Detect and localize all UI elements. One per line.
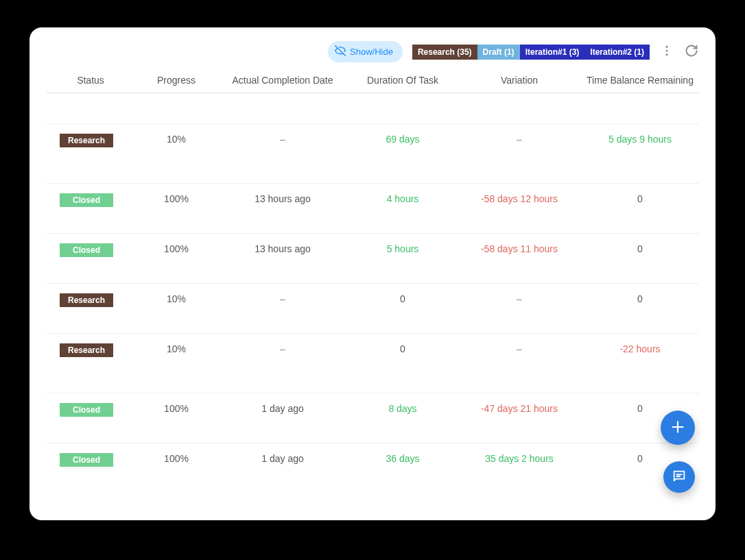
status-badge: Research [60,293,113,307]
legend-chip[interactable]: Iteration#1 (3) [520,45,585,60]
progress-cell: 100% [135,243,217,254]
svg-point-2 [666,50,668,52]
time-balance-cell: 5 days 9 hours [581,134,699,145]
table-row[interactable]: Closed100%13 hours ago5 hours-58 days 11… [46,233,699,283]
variation-cell: – [458,134,581,145]
refresh-icon [685,44,698,60]
eye-off-icon [335,45,346,58]
more-vertical-icon [660,44,674,60]
plus-icon [669,418,687,438]
completion-date-cell: 1 day ago [217,453,348,464]
svg-point-1 [666,46,668,48]
table-body: Research10%–69 days–5 days 9 hoursClosed… [46,114,699,493]
completion-date-cell: – [217,293,348,304]
progress-cell: 100% [135,403,217,414]
status-badge: Research [60,343,113,357]
completion-date-cell: 13 hours ago [217,243,348,254]
table-row[interactable]: Research10%–0–-22 hours [46,333,699,383]
table-header: Status Progress Actual Completion Date D… [46,75,699,93]
table-row[interactable]: Research10%–0–0 [46,283,699,333]
status-badge: Closed [60,403,113,417]
col-header-status[interactable]: Status [46,75,135,86]
time-balance-cell: -22 hours [581,343,699,354]
col-header-balance[interactable]: Time Balance Remaining [581,75,699,86]
time-balance-cell: 0 [581,193,699,204]
progress-cell: 10% [135,343,217,354]
col-header-variation[interactable]: Variation [458,75,581,86]
table-row[interactable]: Closed100%13 hours ago4 hours-58 days 12… [46,183,699,233]
col-header-progress[interactable]: Progress [135,75,217,86]
duration-cell: 5 hours [348,243,458,254]
col-header-duration[interactable]: Duration Of Task [348,75,458,86]
task-table: Status Progress Actual Completion Date D… [46,75,699,493]
duration-cell: 36 days [348,453,458,464]
status-badge: Closed [60,193,113,207]
status-badge: Closed [60,243,113,257]
time-balance-cell: 0 [581,293,699,304]
task-panel: Show/Hide Research (35)Draft (1)Iteratio… [29,27,716,520]
table-row[interactable]: Closed100%1 day ago36 days35 days 2 hour… [46,443,699,493]
status-badge: Research [60,134,113,147]
chat-icon [672,469,687,486]
progress-cell: 100% [135,453,217,464]
add-fab[interactable] [661,411,695,445]
refresh-button[interactable] [684,45,699,60]
status-legend: Research (35)Draft (1)Iteration#1 (3)Ite… [412,45,650,60]
completion-date-cell: – [217,343,348,354]
show-hide-label: Show/Hide [350,47,393,57]
row-gap [46,173,699,183]
variation-cell: -58 days 12 hours [458,193,581,204]
duration-cell: 69 days [348,134,458,145]
show-hide-button[interactable]: Show/Hide [328,41,403,62]
time-balance-cell: 0 [581,243,699,254]
completion-date-cell: – [217,134,348,145]
row-gap [46,114,699,123]
progress-cell: 10% [135,134,217,145]
legend-chip[interactable]: Draft (1) [477,45,520,60]
duration-cell: 0 [348,343,458,354]
duration-cell: 4 hours [348,193,458,204]
legend-chip[interactable]: Iteration#2 (1) [584,45,650,60]
duration-cell: 8 days [348,403,458,414]
variation-cell: -58 days 11 hours [458,243,581,254]
variation-cell: 35 days 2 hours [458,453,581,464]
chat-fab[interactable] [663,461,695,493]
legend-chip[interactable]: Research (35) [412,45,477,60]
row-gap [46,383,699,393]
table-row[interactable]: Research10%–69 days–5 days 9 hours [46,123,699,173]
variation-cell: – [458,343,581,354]
more-button[interactable] [659,45,674,60]
table-row[interactable]: Closed100%1 day ago8 days-47 days 21 hou… [46,393,699,443]
variation-cell: -47 days 21 hours [458,403,581,414]
duration-cell: 0 [348,293,458,304]
svg-point-3 [666,53,668,56]
completion-date-cell: 1 day ago [217,403,348,414]
toolbar: Show/Hide Research (35)Draft (1)Iteratio… [46,41,699,62]
progress-cell: 100% [135,193,217,204]
status-badge: Closed [60,453,113,467]
variation-cell: – [458,293,581,304]
completion-date-cell: 13 hours ago [217,193,348,204]
progress-cell: 10% [135,293,217,304]
col-header-date[interactable]: Actual Completion Date [217,75,348,86]
